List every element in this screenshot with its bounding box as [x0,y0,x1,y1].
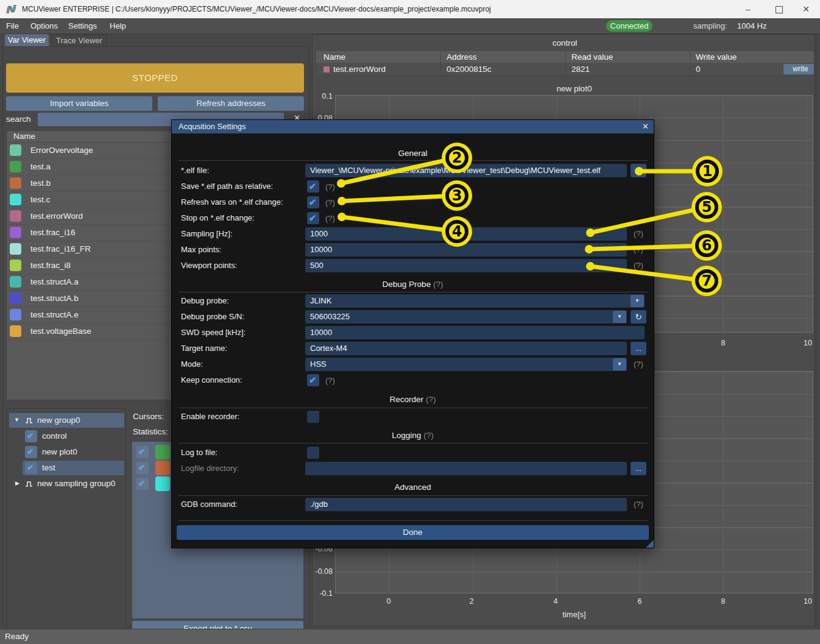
menu-settings[interactable]: Settings [68,18,97,34]
help-icon[interactable]: (?) [634,243,643,257]
series-color-swatch[interactable] [155,461,170,475]
help-icon[interactable]: (?) [325,196,335,210]
max-points-input[interactable]: 10000 [305,243,627,257]
refresh-vars-checkbox[interactable] [307,196,319,208]
stop-on-change-checkbox[interactable] [307,212,319,224]
help-icon[interactable]: (?) [325,374,335,387]
log-to-file-label: Log to file: [181,446,217,459]
refresh-probe-list-icon[interactable]: ↻ [631,310,646,324]
maximize-button[interactable] [765,0,793,18]
chevron-down-icon[interactable]: ▼ [631,295,644,307]
viewport-points-label: Viewport points: [181,259,237,272]
import-variables-button[interactable]: Import variables [6,96,152,111]
menu-options[interactable]: Options [30,18,58,34]
statistics-label[interactable]: Statistics: [133,427,168,436]
enable-recorder-checkbox[interactable] [307,411,319,423]
col-read-value[interactable]: Read value [571,51,613,63]
write-button[interactable]: write [783,64,818,74]
logfile-dir-input[interactable] [305,462,627,475]
group-child-control[interactable]: control [7,429,127,444]
group-item-new-sampling-group0[interactable]: ▶ new sampling group0 [7,476,127,491]
plot1-title: new plot0 [335,84,813,93]
var-color-swatch[interactable] [10,325,21,337]
sampling-input[interactable]: 1000 [305,227,627,241]
help-icon[interactable]: (?) [325,180,335,194]
group-child-test[interactable]: test [7,461,127,475]
save-relative-label: Save *.elf path as relative: [181,180,273,193]
viewport-points-input[interactable]: 500 [305,259,627,272]
section-general: General [172,149,654,158]
mode-combo[interactable]: HSS▼ [305,358,627,371]
group-item-new-group0[interactable]: ▼ new group0 [9,413,124,428]
row-write-value[interactable]: 0 [696,63,701,76]
acquisition-state-button[interactable]: STOPPED [6,63,304,93]
var-color-swatch[interactable] [10,309,21,320]
dialog-title-bar[interactable]: Acqusition Settings ✕ [172,120,654,133]
resize-grip[interactable] [646,540,654,548]
target-name-browse-button[interactable]: ... [631,342,646,355]
elf-file-browse-button[interactable]: ... [631,164,646,177]
enable-recorder-label: Enable recorder: [181,410,239,423]
done-button[interactable]: Done [177,525,649,540]
help-icon[interactable]: (?) [634,259,643,272]
search-label: search [6,115,31,124]
var-color-swatch[interactable] [10,177,21,189]
section-divider [178,160,648,161]
var-color-swatch[interactable] [10,194,21,205]
help-icon[interactable]: (?) [634,498,643,511]
swd-speed-input[interactable]: 10000 [305,326,645,339]
keep-connection-checkbox[interactable] [307,374,319,386]
scrollbar-track[interactable] [814,35,818,626]
minimize-button[interactable]: – [734,0,762,18]
control-checkbox[interactable] [25,430,37,442]
group-child-new-plot0[interactable]: new plot0 [7,445,127,459]
debug-probe-combo[interactable]: JLINK▼ [305,294,645,308]
series-color-swatch[interactable] [155,476,170,491]
refresh-vars-label: Refresh vars on *.elf change: [181,196,283,209]
chevron-down-icon[interactable]: ▼ [613,358,626,370]
chevron-down-icon[interactable]: ▼ [14,417,19,423]
close-button[interactable]: ✕ [792,0,820,18]
logfile-dir-label: Logfile directory: [181,462,239,475]
var-color-swatch[interactable] [10,227,21,238]
tab-var-viewer[interactable]: Var Viewer [5,34,49,46]
dialog-close-icon[interactable]: ✕ [642,120,649,133]
var-color-swatch[interactable] [10,210,21,222]
test-checkbox[interactable] [25,462,37,474]
series-color-swatch[interactable] [155,445,170,459]
log-to-file-checkbox[interactable] [307,447,319,459]
probe-sn-combo[interactable]: 506003225▼ [305,310,627,324]
col-write-value[interactable]: Write value [696,51,737,63]
var-color-swatch[interactable] [10,276,21,288]
help-icon[interactable]: (?) [634,358,643,371]
new-plot0-checkbox[interactable] [25,446,37,458]
col-address[interactable]: Address [447,51,477,63]
series-visible-checkbox[interactable] [136,462,149,474]
target-name-input[interactable]: Cortex-M4 [305,342,627,355]
var-color-swatch[interactable] [10,292,21,304]
var-color-swatch[interactable] [10,161,21,172]
chevron-right-icon[interactable]: ▶ [15,480,19,486]
col-name[interactable]: Name [323,51,345,63]
series-visible-checkbox[interactable] [136,446,149,458]
plot2-xaxis-label: time[s] [335,610,813,619]
elf-file-input[interactable]: Viewer_\MCUViewer-private\example\MCUVie… [305,164,627,177]
column-divider [440,51,441,76]
menu-file[interactable]: File [6,18,19,34]
section-debug-probe: Debug Probe (?) [172,280,654,289]
gdb-command-label: GDB command: [181,498,237,511]
chevron-down-icon[interactable]: ▼ [613,311,626,323]
help-icon[interactable]: (?) [325,212,335,225]
refresh-addresses-button[interactable]: Refresh addresses [158,96,304,111]
series-visible-checkbox[interactable] [136,478,149,490]
var-color-swatch[interactable] [10,144,21,156]
var-color-swatch[interactable] [10,260,21,271]
logfile-dir-browse-button[interactable]: ... [631,462,646,475]
cursors-label[interactable]: Cursors: [133,412,164,421]
menu-help[interactable]: Help [110,18,126,34]
gdb-command-input[interactable]: ./gdb [305,498,627,511]
tab-trace-viewer[interactable]: Trace Viewer [51,34,107,46]
var-color-swatch[interactable] [10,243,21,255]
help-icon[interactable]: (?) [634,227,643,241]
save-relative-checkbox[interactable] [307,180,319,193]
